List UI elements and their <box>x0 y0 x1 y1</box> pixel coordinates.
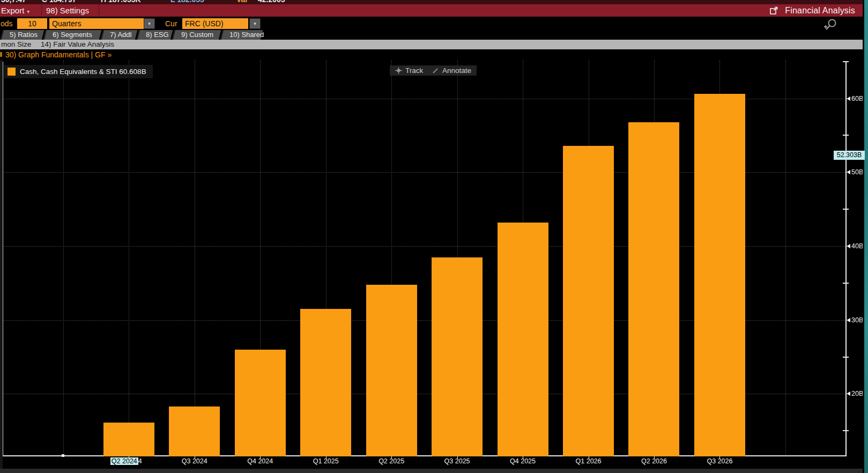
tab-label: 6) Segments <box>46 30 100 40</box>
x-tick-label: Q1 2026 <box>554 457 624 465</box>
y-tick-label: 30B <box>851 316 863 324</box>
chevron-down-icon: ▾ <box>27 9 29 14</box>
subtab-common-size[interactable]: mon Size <box>1 40 31 49</box>
track-label: Track <box>405 66 423 75</box>
track-button[interactable]: Track <box>390 65 428 76</box>
y-tick-arrow <box>847 244 850 248</box>
menu-bar: Export▾ 98) Settings Financial Analysis <box>0 4 863 17</box>
bar-q2-2025[interactable] <box>366 285 417 456</box>
x-tick-label: Q3 2025 <box>422 457 492 465</box>
y-tick-label: 20B <box>851 389 863 398</box>
tab-label: 5) Ratios <box>3 30 43 40</box>
currency-dropdown-arrow[interactable]: ▾ <box>249 18 261 29</box>
vertical-gridline <box>785 60 786 456</box>
x-tick-label: Q3 2026 <box>685 457 754 465</box>
tab-shared[interactable]: 10) Shared <box>220 30 263 40</box>
tab-label: 9) Custom <box>174 30 220 40</box>
tracked-category-highlight: Q2 2024 <box>110 457 138 465</box>
x-tick-label: Q2 20244 <box>91 457 161 465</box>
x-tick-label: Q2 2026 <box>619 457 689 465</box>
bar-q1-2026[interactable] <box>563 146 614 456</box>
y-tick-label: 40B <box>851 242 863 250</box>
tab-addl[interactable]: 7) Addl <box>101 30 137 40</box>
bar-q4-2024[interactable] <box>235 350 286 456</box>
ticker-fragment: L 182.055 <box>170 0 204 4</box>
export-button[interactable]: Export▾ <box>1 4 29 17</box>
period-unit-dropdown-arrow[interactable]: ▾ <box>144 18 155 29</box>
y-tick-arrow <box>847 391 850 396</box>
plot-left-border <box>3 62 3 456</box>
currency-select[interactable]: FRC (USD) <box>182 18 248 29</box>
bar-q4-2025[interactable] <box>498 223 548 456</box>
bar-q3-2026[interactable] <box>694 94 745 456</box>
y-tick-arrow <box>847 97 850 101</box>
bar-q3-2024[interactable] <box>169 407 220 456</box>
y-minor-tick <box>843 209 849 210</box>
bar-q1-2025[interactable] <box>300 309 351 456</box>
menubar-divider <box>41 5 42 16</box>
ticker-strip: 30,7.47C 184.797H 187.055KL 182.055Val42… <box>0 0 863 4</box>
bar-q2-2024[interactable] <box>103 423 154 456</box>
ticker-fragment: 30,7.47 <box>1 0 26 4</box>
vertical-gridline <box>195 60 195 456</box>
tab-label: 7) Addl <box>103 30 136 40</box>
tab-segments[interactable]: 6) Segments <box>43 30 101 40</box>
periods-input[interactable]: 10 <box>17 18 47 29</box>
x-tick-label: Q3 2024 <box>160 457 229 465</box>
ticker-fragment: H 187.055K <box>101 0 141 4</box>
subtab-fair-value-analysis[interactable]: 14) Fair Value Analysis <box>41 40 114 49</box>
y-minor-tick <box>843 61 849 62</box>
y-minor-tick <box>843 135 849 136</box>
ticker-fragment: 42.2005 <box>258 0 285 4</box>
x-tick-label: Q2 2025 <box>357 457 426 465</box>
tab-bar: 5) Ratios6) Segments7) Addl8) ESG9) Cust… <box>0 30 863 40</box>
x-tick-label: Q4 2024 <box>225 457 295 465</box>
tracked-value-label: 52.303B <box>834 151 865 160</box>
x-tick-label: Q4 2025 <box>488 457 558 465</box>
vertical-gridline <box>129 60 129 456</box>
y-tick-arrow <box>847 318 850 322</box>
tab-custom[interactable]: 9) Custom <box>172 30 221 40</box>
tab-label: 8) ESG <box>139 30 172 40</box>
tab-ratios[interactable]: 5) Ratios <box>1 30 44 40</box>
bottom-edge-strip <box>0 469 863 473</box>
vertical-scrollbar[interactable] <box>864 0 868 473</box>
pop-out-icon[interactable] <box>769 6 778 15</box>
left-notch-icon <box>0 52 2 57</box>
graph-fundamentals-link[interactable]: 30) Graph Fundamentals | GF » <box>5 49 112 60</box>
y-axis-line <box>845 62 847 456</box>
annotate-pencil-icon <box>432 67 439 74</box>
legend-item-cash[interactable]: Cash, Cash Equivalents & STI 60.608B <box>4 65 153 78</box>
period-unit-select[interactable]: Quarters <box>49 18 144 29</box>
ticker-fragment: C 184.797 <box>42 0 77 4</box>
vertical-gridline <box>63 60 64 456</box>
export-label: Export <box>1 6 24 15</box>
settings-button[interactable]: 98) Settings <box>46 4 89 17</box>
y-minor-tick <box>843 357 849 358</box>
x-tick-label: Q1 2025 <box>291 457 361 465</box>
bar-q2-2026[interactable] <box>628 122 679 456</box>
gf-bar: 30) Graph Fundamentals | GF » <box>0 49 863 60</box>
legend-label: Cash, Cash Equivalents & STI 60.608B <box>20 68 146 76</box>
y-tick-arrow <box>847 170 850 174</box>
window-title: Financial Analysis <box>785 6 855 16</box>
menubar-divider <box>99 5 99 16</box>
tab-label: 10) Shared <box>222 30 262 40</box>
bar-q3-2025[interactable] <box>432 257 483 456</box>
legend-swatch <box>8 68 16 76</box>
tab-esg[interactable]: 8) ESG <box>137 30 173 40</box>
category-suffix: 4 <box>138 457 142 465</box>
y-tick-label: 60B <box>851 94 863 103</box>
crosshair-icon <box>395 67 402 74</box>
y-tick-label: 50B <box>851 168 863 176</box>
y-minor-tick <box>843 430 849 431</box>
ticker-fragment: Val <box>236 0 247 4</box>
annotate-button[interactable]: Annotate <box>427 65 477 76</box>
financial-analysis-window: 30,7.47C 184.797H 187.055KL 182.055Val42… <box>0 0 868 473</box>
bar-chart: 20B30B40B50B60BQ2 20244Q3 2024Q4 2024Q1 … <box>0 60 863 469</box>
y-minor-tick <box>843 283 849 284</box>
baseline-marker <box>62 454 64 457</box>
annotate-label: Annotate <box>442 66 471 75</box>
toolbar-row: ods 10 Quarters ▾ Cur FRC (USD) ▾ <box>0 17 863 30</box>
periods-label: ods <box>1 18 13 29</box>
